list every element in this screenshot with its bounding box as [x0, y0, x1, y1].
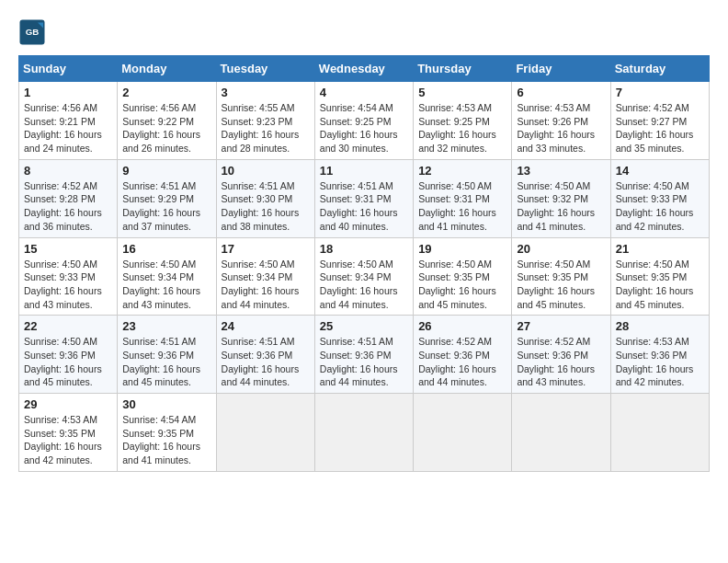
day-of-week-header: Wednesday	[314, 56, 413, 82]
calendar-week-row: 1Sunrise: 4:56 AM Sunset: 9:21 PM Daylig…	[19, 82, 710, 160]
day-number: 8	[24, 164, 112, 178]
day-number: 16	[122, 242, 210, 256]
calendar-cell: 27Sunrise: 4:52 AM Sunset: 9:36 PM Dayli…	[512, 316, 610, 394]
calendar-week-row: 15Sunrise: 4:50 AM Sunset: 9:33 PM Dayli…	[19, 237, 710, 316]
day-number: 9	[122, 164, 210, 178]
day-info: Sunrise: 4:52 AM Sunset: 9:27 PM Dayligh…	[616, 101, 704, 155]
day-number: 4	[320, 86, 408, 99]
day-info: Sunrise: 4:51 AM Sunset: 9:29 PM Dayligh…	[122, 179, 210, 234]
calendar-cell: 15Sunrise: 4:50 AM Sunset: 9:33 PM Dayli…	[19, 237, 118, 316]
day-number: 19	[418, 242, 506, 256]
calendar-cell: 22Sunrise: 4:50 AM Sunset: 9:36 PM Dayli…	[19, 316, 118, 394]
calendar-cell: 19Sunrise: 4:50 AM Sunset: 9:35 PM Dayli…	[414, 237, 512, 316]
day-number: 20	[517, 242, 605, 256]
calendar-table: SundayMondayTuesdayWednesdayThursdayFrid…	[18, 55, 710, 472]
day-number: 11	[320, 164, 408, 178]
day-number: 13	[517, 164, 605, 178]
day-info: Sunrise: 4:53 AM Sunset: 9:25 PM Dayligh…	[418, 101, 506, 155]
day-info: Sunrise: 4:51 AM Sunset: 9:36 PM Dayligh…	[320, 335, 408, 389]
day-info: Sunrise: 4:51 AM Sunset: 9:36 PM Dayligh…	[122, 335, 210, 389]
calendar-cell	[314, 394, 413, 472]
logo: GB	[18, 18, 50, 46]
calendar-cell: 28Sunrise: 4:53 AM Sunset: 9:36 PM Dayli…	[610, 316, 709, 394]
day-info: Sunrise: 4:50 AM Sunset: 9:32 PM Dayligh…	[517, 179, 605, 234]
day-info: Sunrise: 4:56 AM Sunset: 9:21 PM Dayligh…	[24, 101, 112, 155]
svg-text:GB: GB	[26, 27, 40, 37]
day-number: 7	[616, 86, 704, 99]
calendar-cell: 7Sunrise: 4:52 AM Sunset: 9:27 PM Daylig…	[610, 82, 709, 160]
calendar-cell: 13Sunrise: 4:50 AM Sunset: 9:32 PM Dayli…	[512, 159, 610, 237]
day-info: Sunrise: 4:53 AM Sunset: 9:35 PM Dayligh…	[24, 413, 112, 467]
day-of-week-header: Saturday	[610, 56, 709, 82]
day-number: 12	[418, 164, 506, 178]
calendar-cell: 10Sunrise: 4:51 AM Sunset: 9:30 PM Dayli…	[216, 159, 314, 237]
day-number: 27	[517, 319, 605, 333]
calendar-cell: 3Sunrise: 4:55 AM Sunset: 9:23 PM Daylig…	[216, 82, 314, 160]
day-number: 1	[24, 86, 112, 99]
day-info: Sunrise: 4:51 AM Sunset: 9:31 PM Dayligh…	[320, 179, 408, 234]
day-of-week-header: Friday	[512, 56, 610, 82]
day-number: 3	[222, 86, 310, 99]
day-info: Sunrise: 4:50 AM Sunset: 9:31 PM Dayligh…	[418, 179, 506, 234]
calendar-week-row: 29Sunrise: 4:53 AM Sunset: 9:35 PM Dayli…	[19, 394, 710, 472]
day-info: Sunrise: 4:50 AM Sunset: 9:34 PM Dayligh…	[222, 258, 310, 312]
day-info: Sunrise: 4:55 AM Sunset: 9:23 PM Dayligh…	[222, 101, 310, 155]
day-info: Sunrise: 4:50 AM Sunset: 9:35 PM Dayligh…	[616, 258, 704, 312]
calendar-week-row: 22Sunrise: 4:50 AM Sunset: 9:36 PM Dayli…	[19, 316, 710, 394]
day-info: Sunrise: 4:53 AM Sunset: 9:26 PM Dayligh…	[517, 101, 605, 155]
day-of-week-header: Sunday	[19, 56, 118, 82]
day-number: 24	[222, 319, 310, 333]
calendar-cell: 23Sunrise: 4:51 AM Sunset: 9:36 PM Dayli…	[118, 316, 216, 394]
calendar-cell: 16Sunrise: 4:50 AM Sunset: 9:34 PM Dayli…	[118, 237, 216, 316]
day-number: 5	[418, 86, 506, 99]
calendar-cell: 1Sunrise: 4:56 AM Sunset: 9:21 PM Daylig…	[19, 82, 118, 160]
page-header: GB	[18, 18, 710, 46]
day-number: 26	[418, 319, 506, 333]
calendar-cell: 11Sunrise: 4:51 AM Sunset: 9:31 PM Dayli…	[314, 159, 413, 237]
logo-icon: GB	[18, 18, 46, 46]
calendar-cell	[414, 394, 512, 472]
calendar-cell: 12Sunrise: 4:50 AM Sunset: 9:31 PM Dayli…	[414, 159, 512, 237]
calendar-cell	[216, 394, 314, 472]
calendar-cell: 2Sunrise: 4:56 AM Sunset: 9:22 PM Daylig…	[118, 82, 216, 160]
calendar-week-row: 8Sunrise: 4:52 AM Sunset: 9:28 PM Daylig…	[19, 159, 710, 237]
day-info: Sunrise: 4:54 AM Sunset: 9:25 PM Dayligh…	[320, 101, 408, 155]
day-number: 2	[122, 86, 210, 99]
day-number: 30	[122, 397, 210, 411]
day-info: Sunrise: 4:51 AM Sunset: 9:36 PM Dayligh…	[222, 335, 310, 389]
calendar-cell: 21Sunrise: 4:50 AM Sunset: 9:35 PM Dayli…	[610, 237, 709, 316]
day-info: Sunrise: 4:50 AM Sunset: 9:33 PM Dayligh…	[616, 179, 704, 234]
calendar-cell: 25Sunrise: 4:51 AM Sunset: 9:36 PM Dayli…	[314, 316, 413, 394]
day-info: Sunrise: 4:53 AM Sunset: 9:36 PM Dayligh…	[616, 335, 704, 389]
calendar-cell: 4Sunrise: 4:54 AM Sunset: 9:25 PM Daylig…	[314, 82, 413, 160]
calendar-cell: 5Sunrise: 4:53 AM Sunset: 9:25 PM Daylig…	[414, 82, 512, 160]
day-info: Sunrise: 4:50 AM Sunset: 9:36 PM Dayligh…	[24, 335, 112, 389]
calendar-cell: 18Sunrise: 4:50 AM Sunset: 9:34 PM Dayli…	[314, 237, 413, 316]
calendar-cell: 29Sunrise: 4:53 AM Sunset: 9:35 PM Dayli…	[19, 394, 118, 472]
day-number: 28	[616, 319, 704, 333]
calendar-cell	[610, 394, 709, 472]
day-number: 10	[222, 164, 310, 178]
day-of-week-header: Thursday	[414, 56, 512, 82]
day-info: Sunrise: 4:54 AM Sunset: 9:35 PM Dayligh…	[122, 413, 210, 467]
day-info: Sunrise: 4:50 AM Sunset: 9:33 PM Dayligh…	[24, 258, 112, 312]
calendar-cell: 9Sunrise: 4:51 AM Sunset: 9:29 PM Daylig…	[118, 159, 216, 237]
calendar-cell: 24Sunrise: 4:51 AM Sunset: 9:36 PM Dayli…	[216, 316, 314, 394]
day-info: Sunrise: 4:56 AM Sunset: 9:22 PM Dayligh…	[122, 101, 210, 155]
day-number: 15	[24, 242, 112, 256]
day-number: 23	[122, 319, 210, 333]
day-of-week-header: Monday	[118, 56, 216, 82]
calendar-cell: 6Sunrise: 4:53 AM Sunset: 9:26 PM Daylig…	[512, 82, 610, 160]
day-number: 29	[24, 397, 112, 411]
calendar-cell	[512, 394, 610, 472]
day-number: 18	[320, 242, 408, 256]
day-info: Sunrise: 4:50 AM Sunset: 9:35 PM Dayligh…	[517, 258, 605, 312]
calendar-header-row: SundayMondayTuesdayWednesdayThursdayFrid…	[19, 56, 710, 82]
day-info: Sunrise: 4:52 AM Sunset: 9:36 PM Dayligh…	[517, 335, 605, 389]
calendar-cell: 14Sunrise: 4:50 AM Sunset: 9:33 PM Dayli…	[610, 159, 709, 237]
calendar-cell: 17Sunrise: 4:50 AM Sunset: 9:34 PM Dayli…	[216, 237, 314, 316]
calendar-cell: 20Sunrise: 4:50 AM Sunset: 9:35 PM Dayli…	[512, 237, 610, 316]
day-info: Sunrise: 4:52 AM Sunset: 9:28 PM Dayligh…	[24, 179, 112, 234]
day-info: Sunrise: 4:52 AM Sunset: 9:36 PM Dayligh…	[418, 335, 506, 389]
day-number: 14	[616, 164, 704, 178]
